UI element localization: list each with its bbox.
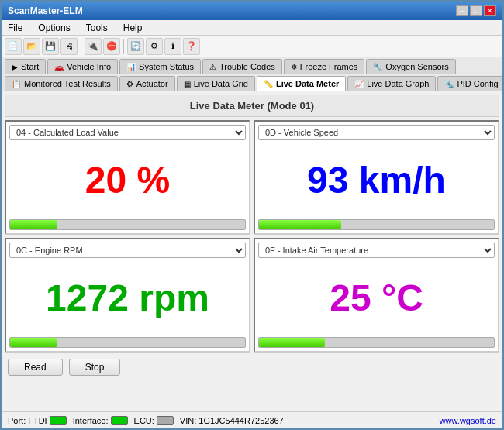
port-label: Port: <box>8 416 26 425</box>
title-bar-controls: ─ □ ✕ <box>456 5 496 16</box>
tab-start[interactable]: ▶ Start <box>5 59 46 74</box>
tab-live-data-meter-label: Live Data Meter <box>276 79 339 88</box>
tab-oxygen-sensors-label: Oxygen Sensors <box>385 62 448 71</box>
meter-2-progress-bar <box>259 220 341 229</box>
tab-pid-config-label: PID Config <box>457 79 498 88</box>
app-title: ScanMaster-ELM <box>8 5 83 16</box>
meter-1-dropdown[interactable]: 04 - Calculated Load Value <box>9 125 246 140</box>
tab-live-data-meter[interactable]: 📏 Live Data Meter <box>257 76 346 91</box>
port-indicator-group: Port: FTDI <box>8 416 67 425</box>
bottom-controls: Read Stop <box>5 356 499 379</box>
toolbar-disconnect[interactable]: ⛔ <box>103 38 120 55</box>
menu-file[interactable]: File <box>5 22 26 33</box>
toolbar-sep-2 <box>123 39 124 54</box>
meter-1-progress-container <box>9 219 246 230</box>
meter-2-dropdown[interactable]: 0D - Vehicle Speed <box>258 125 495 140</box>
tab-actuator[interactable]: ⚙ Actuator <box>119 76 175 91</box>
tab-actuator-label: Actuator <box>136 79 168 88</box>
toolbar-connect[interactable]: 🔌 <box>85 38 102 55</box>
tab-trouble-codes[interactable]: ⚠ Trouble Codes <box>202 59 282 74</box>
meter-3-value-area: 1272 rpm <box>9 263 246 332</box>
toolbar: 📄 📂 💾 🖨 🔌 ⛔ 🔄 ⚙ ℹ ❓ <box>2 36 502 57</box>
vehicle-info-icon: 🚗 <box>54 63 64 71</box>
stop-button[interactable]: Stop <box>69 359 121 376</box>
toolbar-info[interactable]: ℹ <box>164 38 181 55</box>
tab-freeze-frames[interactable]: ❄ Freeze Frames <box>284 59 365 74</box>
meter-4-progress-bar <box>259 338 325 347</box>
meter-4-value: 25 °C <box>330 277 423 319</box>
tab-start-label: Start <box>21 62 39 71</box>
toolbar-new[interactable]: 📄 <box>5 38 22 55</box>
tab-trouble-codes-label: Trouble Codes <box>219 62 275 71</box>
meter-grid: 04 - Calculated Load Value 20 % 0D - Veh… <box>5 120 499 353</box>
meter-4-value-area: 25 °C <box>258 263 495 332</box>
meter-2-progress-container <box>258 219 495 230</box>
ecu-label: ECU: <box>134 416 154 425</box>
meter-3: 0C - Engine RPM 1272 rpm <box>5 238 250 353</box>
panel-title: Live Data Meter (Mode 01) <box>5 95 499 117</box>
vin-value: VIN: 1G1JC5444R7252367 <box>180 416 284 425</box>
port-status-dot <box>50 416 67 425</box>
minimize-button[interactable]: ─ <box>456 5 468 16</box>
ecu-indicator-group: ECU: <box>134 416 174 425</box>
tab-live-data-graph-label: Live Data Graph <box>367 79 429 88</box>
meter-1-value: 20 % <box>85 159 170 201</box>
meter-2-value-area: 93 km/h <box>258 145 495 215</box>
start-icon: ▶ <box>12 63 18 71</box>
tab-row-2: 📋 Monitored Test Results ⚙ Actuator ▦ Li… <box>2 74 502 91</box>
menu-options[interactable]: Options <box>35 22 73 33</box>
tab-monitored-test-label: Monitored Test Results <box>24 79 111 88</box>
oxygen-sensors-icon: 🔧 <box>373 63 382 71</box>
tab-system-status-label: System Status <box>139 62 194 71</box>
toolbar-open[interactable]: 📂 <box>23 38 40 55</box>
tab-live-data-grid[interactable]: ▦ Live Data Grid <box>177 76 255 91</box>
pid-config-icon: 🔩 <box>444 80 454 88</box>
content-area: Live Data Meter (Mode 01) 04 - Calculate… <box>2 91 502 428</box>
interface-status-dot <box>111 416 128 425</box>
toolbar-config[interactable]: ⚙ <box>146 38 163 55</box>
meter-2: 0D - Vehicle Speed 93 km/h <box>254 120 499 235</box>
tab-oxygen-sensors[interactable]: 🔧 Oxygen Sensors <box>366 59 455 74</box>
tab-monitored-test[interactable]: 📋 Monitored Test Results <box>5 76 118 91</box>
app-window: ScanMaster-ELM ─ □ ✕ File Options Tools … <box>0 0 504 430</box>
live-data-graph-icon: 📈 <box>354 80 364 88</box>
meter-4-progress-container <box>258 337 495 348</box>
meter-3-value: 1272 rpm <box>46 277 209 319</box>
interface-indicator-group: Interface: <box>73 416 128 425</box>
menu-bar: File Options Tools Help <box>2 20 502 36</box>
maximize-button[interactable]: □ <box>470 5 482 16</box>
menu-help[interactable]: Help <box>120 22 146 33</box>
menu-tools[interactable]: Tools <box>83 22 111 33</box>
status-bar: Port: FTDI Interface: ECU: VIN: 1G1JC544… <box>2 411 502 428</box>
live-data-meter-icon: 📏 <box>264 80 273 88</box>
close-button[interactable]: ✕ <box>484 5 496 16</box>
read-button[interactable]: Read <box>8 359 63 376</box>
ecu-status-dot <box>157 416 174 425</box>
tab-vehicle-info[interactable]: 🚗 Vehicle Info <box>47 59 118 74</box>
tab-system-status[interactable]: 📊 System Status <box>119 59 201 74</box>
toolbar-print[interactable]: 🖨 <box>60 38 78 55</box>
meter-1-progress-bar <box>10 220 57 229</box>
tab-row-1: ▶ Start 🚗 Vehicle Info 📊 System Status ⚠… <box>2 57 502 74</box>
tab-live-data-graph[interactable]: 📈 Live Data Graph <box>347 76 436 91</box>
freeze-frames-icon: ❄ <box>291 63 297 71</box>
meter-4: 0F - Intake Air Temperature 25 °C <box>254 238 499 353</box>
tab-vehicle-info-label: Vehicle Info <box>67 62 111 71</box>
port-name: FTDI <box>28 416 47 425</box>
tab-freeze-frames-label: Freeze Frames <box>300 62 358 71</box>
meter-3-dropdown[interactable]: 0C - Engine RPM <box>9 243 246 258</box>
meter-1-value-area: 20 % <box>9 145 246 215</box>
toolbar-refresh[interactable]: 🔄 <box>127 38 144 55</box>
toolbar-save[interactable]: 💾 <box>42 38 59 55</box>
trouble-codes-icon: ⚠ <box>209 63 216 71</box>
toolbar-sep-1 <box>81 39 81 54</box>
system-status-icon: 📊 <box>126 63 136 71</box>
toolbar-help[interactable]: ❓ <box>183 38 200 55</box>
meter-3-progress-bar <box>10 338 57 347</box>
interface-label: Interface: <box>73 416 109 425</box>
tab-pid-config[interactable]: 🔩 PID Config <box>437 76 504 91</box>
actuator-icon: ⚙ <box>126 80 133 88</box>
website-link[interactable]: www.wgsoft.de <box>440 416 496 425</box>
live-data-grid-icon: ▦ <box>184 80 191 88</box>
meter-4-dropdown[interactable]: 0F - Intake Air Temperature <box>258 243 495 258</box>
